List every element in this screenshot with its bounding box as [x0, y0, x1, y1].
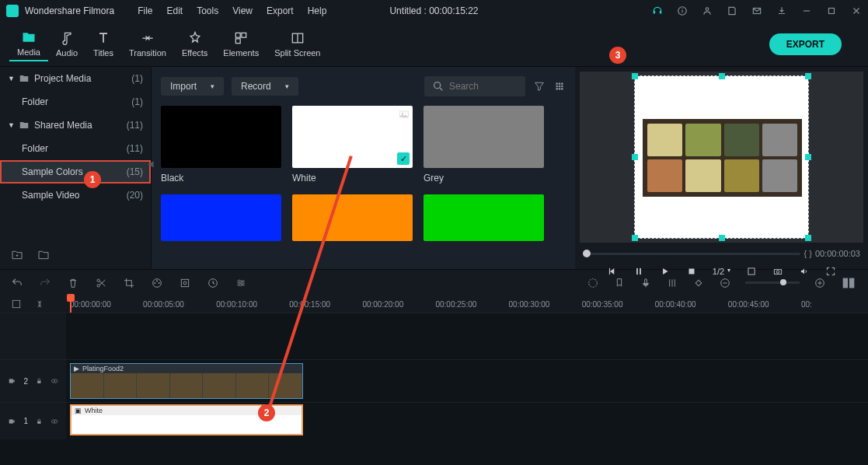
search-input[interactable]: [449, 81, 511, 92]
tick: 00:00:05:00: [143, 300, 210, 309]
clip-video[interactable]: ▶PlatingFood2: [70, 363, 303, 399]
minimize-icon[interactable]: [801, 5, 812, 16]
tab-elements[interactable]: Elements: [215, 27, 267, 61]
track-v1[interactable]: 1 ▣White: [0, 402, 868, 439]
thumb-white[interactable]: ✓White: [292, 106, 413, 184]
lock-icon[interactable]: [36, 418, 43, 425]
thumb-black[interactable]: Black: [161, 106, 281, 184]
grid-icon[interactable]: [553, 80, 566, 93]
download-icon[interactable]: [776, 5, 787, 16]
track-number: 1: [23, 417, 28, 425]
thumb-grey[interactable]: Grey: [424, 106, 544, 184]
thumb-orange[interactable]: [292, 194, 413, 241]
close-icon[interactable]: [851, 5, 862, 16]
panel-splitter[interactable]: ◀: [148, 156, 154, 171]
sidebar-folder-1[interactable]: Folder(1): [0, 90, 151, 114]
tab-media[interactable]: Media: [9, 26, 48, 61]
mic-icon[interactable]: [640, 277, 652, 289]
svg-rect-2: [682, 9, 682, 9]
sidebar-shared-media[interactable]: ▼Shared Media(11): [0, 114, 151, 137]
svg-point-39: [183, 281, 186, 285]
filter-icon[interactable]: [533, 80, 546, 93]
menu-file[interactable]: File: [138, 5, 152, 16]
titlebar: Wondershare Filmora File Edit Tools View…: [0, 0, 868, 22]
zoom-in-icon[interactable]: [814, 277, 826, 289]
svg-point-14: [556, 82, 558, 85]
sidebar-project-media[interactable]: ▼Project Media(1): [0, 67, 151, 90]
zoom-slider[interactable]: [745, 281, 800, 284]
undo-icon[interactable]: [11, 277, 23, 289]
menu-help[interactable]: Help: [308, 5, 327, 16]
menu-export[interactable]: Export: [267, 5, 294, 16]
svg-rect-9: [236, 39, 241, 44]
callout-1: 1: [84, 171, 101, 188]
svg-line-13: [440, 88, 442, 90]
redo-icon[interactable]: [39, 277, 51, 289]
eye-icon[interactable]: [51, 376, 58, 386]
selection-box[interactable]: [634, 75, 809, 239]
track-v2[interactable]: 2 ▶PlatingFood2: [0, 359, 868, 402]
marker-icon[interactable]: [613, 277, 626, 289]
tab-audio[interactable]: Audio: [48, 27, 85, 61]
headphone-icon[interactable]: [652, 5, 663, 16]
sidebar-sample-colors[interactable]: Sample Colors(15): [0, 160, 151, 184]
search-box[interactable]: [424, 76, 525, 96]
ruler-icon-1[interactable]: [11, 299, 22, 309]
svg-point-37: [159, 282, 160, 284]
thumb-green[interactable]: [424, 194, 544, 241]
ruler-icon-2[interactable]: [34, 299, 45, 309]
timeline-view-icon[interactable]: [840, 274, 857, 292]
tick: 00:00:30:00: [509, 300, 576, 309]
folder-icon[interactable]: [37, 249, 50, 261]
preview-panel: { } 00:00:00:03 1/2▾: [575, 67, 868, 269]
adjust-icon[interactable]: [235, 277, 247, 289]
mixer-icon[interactable]: [666, 277, 678, 289]
svg-point-22: [561, 88, 563, 90]
sidebar-sample-video[interactable]: Sample Video(20): [0, 184, 151, 207]
menu-view[interactable]: View: [232, 5, 253, 16]
cut-icon[interactable]: [95, 277, 107, 289]
crop-icon[interactable]: [123, 277, 135, 289]
svg-rect-55: [9, 379, 13, 383]
user-icon[interactable]: [702, 5, 713, 16]
color-icon[interactable]: [151, 277, 163, 289]
sidebar-folder-2[interactable]: Folder(11): [0, 137, 151, 160]
tab-effects[interactable]: Effects: [174, 27, 215, 61]
svg-rect-5: [804, 10, 810, 11]
tab-transition[interactable]: Transition: [121, 27, 174, 61]
new-folder-icon[interactable]: [11, 249, 23, 261]
tab-titles[interactable]: Titles: [85, 27, 121, 61]
timeline-ruler[interactable]: 00:00:00:00 00:00:05:00 00:00:10:00 00:0…: [0, 295, 868, 313]
delete-icon[interactable]: [67, 277, 79, 289]
media-sidebar: ▼Project Media(1) Folder(1) ▼Shared Medi…: [0, 67, 152, 269]
svg-point-36: [154, 282, 155, 284]
tab-split-screen[interactable]: Split Screen: [267, 27, 328, 61]
keyframe-icon[interactable]: [692, 277, 705, 289]
svg-point-3: [706, 8, 709, 10]
lock-icon[interactable]: [36, 377, 43, 385]
eye-icon[interactable]: [51, 417, 58, 426]
preview-canvas[interactable]: [580, 72, 863, 243]
zoom-out-icon[interactable]: [719, 277, 731, 289]
tick: 00:00:00:00: [70, 300, 137, 309]
green-screen-icon[interactable]: [179, 277, 191, 289]
thumb-blue[interactable]: [161, 194, 281, 241]
record-dropdown[interactable]: Record▾: [232, 77, 298, 96]
svg-point-18: [559, 86, 561, 88]
svg-point-15: [559, 82, 561, 85]
maximize-icon[interactable]: [826, 5, 837, 16]
svg-point-12: [434, 82, 441, 89]
info-icon[interactable]: [677, 5, 688, 16]
render-icon[interactable]: [587, 277, 599, 289]
track-spacer: [0, 313, 868, 359]
mail-icon[interactable]: [751, 5, 762, 16]
import-dropdown[interactable]: Import▾: [161, 77, 224, 96]
save-icon[interactable]: [727, 5, 737, 16]
tick: 00:00:25:00: [435, 300, 502, 309]
preview-scrubber[interactable]: [583, 253, 800, 255]
export-button[interactable]: EXPORT: [769, 33, 842, 55]
menu-tools[interactable]: Tools: [197, 5, 218, 16]
menu-edit[interactable]: Edit: [167, 5, 183, 16]
track-video-icon: [8, 376, 16, 386]
speed-icon[interactable]: [207, 277, 219, 289]
